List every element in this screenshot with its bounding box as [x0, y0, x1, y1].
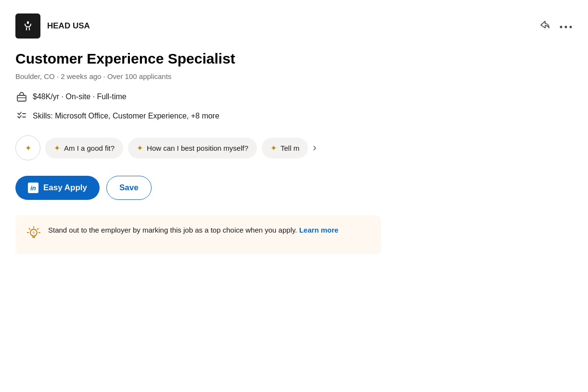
job-salary-row: $48K/yr · On-site · Full-time	[15, 91, 573, 103]
easy-apply-button[interactable]: in Easy Apply	[15, 176, 100, 200]
ai-chip-star-2: ✦	[137, 144, 143, 153]
svg-line-9	[29, 229, 30, 230]
svg-point-2	[570, 26, 572, 28]
ai-chip-star-1: ✦	[54, 144, 60, 153]
job-salary-text: $48K/yr · On-site · Full-time	[33, 92, 127, 101]
chips-scroll-right-icon[interactable]: ›	[313, 142, 316, 154]
job-title: Customer Experience Specialist	[15, 50, 573, 67]
company-info: HEAD USA	[15, 13, 90, 39]
ai-chip-tell-label: Tell m	[281, 144, 299, 152]
banner-text: Stand out to the employer by marking thi…	[48, 225, 338, 236]
share-icon[interactable]	[537, 19, 550, 33]
job-meta: Boulder, CO · 2 weeks ago · Over 100 app…	[15, 72, 573, 80]
ai-chip-position-label: How can I best position myself?	[147, 144, 248, 152]
svg-point-0	[560, 26, 562, 28]
ai-chip-fit[interactable]: ✦ Am I a good fit?	[45, 138, 123, 158]
svg-rect-3	[17, 95, 26, 101]
svg-point-1	[565, 26, 567, 28]
ai-chips-row: ✦ ✦ Am I a good fit? ✦ How can I best po…	[15, 135, 573, 160]
svg-line-10	[38, 229, 38, 230]
svg-point-13	[32, 231, 35, 234]
linkedin-icon: in	[28, 183, 38, 193]
more-options-icon[interactable]	[559, 20, 573, 32]
actions-row: in Easy Apply Save	[15, 176, 573, 200]
ai-star-icon: ✦	[25, 144, 31, 153]
top-choice-banner: Stand out to the employer by marking thi…	[15, 215, 381, 254]
job-skills-text: Skills: Microsoft Office, Customer Exper…	[33, 112, 219, 120]
company-header: HEAD USA	[15, 13, 573, 39]
save-label: Save	[119, 183, 139, 192]
learn-more-link[interactable]: Learn more	[299, 226, 339, 234]
lightbulb-icon	[26, 226, 41, 245]
easy-apply-label: Easy Apply	[43, 183, 87, 193]
checklist-icon	[15, 110, 28, 122]
ai-chip-position[interactable]: ✦ How can I best position myself?	[128, 138, 257, 158]
job-skills-row: Skills: Microsoft Office, Customer Exper…	[15, 110, 573, 122]
ai-chip-fit-label: Am I a good fit?	[64, 144, 115, 152]
briefcase-icon	[15, 91, 28, 103]
ai-chip-star-3: ✦	[270, 144, 277, 153]
company-name: HEAD USA	[47, 21, 90, 31]
company-logo[interactable]	[15, 13, 40, 39]
ai-circle-button[interactable]: ✦	[15, 135, 40, 160]
banner-main-text: Stand out to the employer by marking thi…	[48, 226, 297, 234]
ai-chip-tell[interactable]: ✦ Tell m	[262, 138, 308, 158]
header-actions	[537, 19, 573, 33]
save-button[interactable]: Save	[106, 176, 152, 200]
